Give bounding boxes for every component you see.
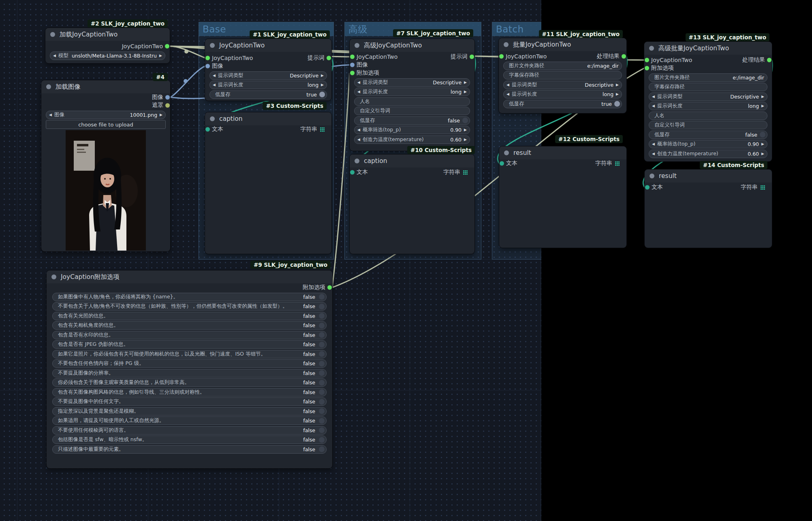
lowvram-toggle[interactable]: 低显存 false — [354, 116, 470, 125]
node-title-bar[interactable]: 高级批量JoyCaptionTwo — [644, 42, 772, 55]
combo-left-arrow-icon[interactable]: ◀ — [213, 83, 216, 87]
toggle-knob[interactable] — [319, 361, 325, 367]
image-folder-path-input[interactable]: 图片文件夹路径 e:/image_dir — [503, 62, 622, 70]
prompt-type-combo[interactable]: ◀ 提示词类型 Descriptive ▶ — [649, 92, 767, 101]
option-toggle-row[interactable]: 不要使用任何模棱两可的语言。 false — [52, 426, 327, 435]
caption-save-path-input[interactable]: 字幕保存路径 — [503, 71, 622, 79]
node-title-bar[interactable]: 高级JoyCaptionTwo — [350, 39, 474, 52]
number-right-arrow-icon[interactable]: ▶ — [761, 152, 764, 156]
output-slot-prompt[interactable] — [327, 56, 331, 60]
toggle-knob[interactable] — [319, 323, 325, 328]
choose-file-button[interactable]: choose file to upload — [46, 120, 166, 129]
combo-right-arrow-icon[interactable]: ▶ — [761, 104, 764, 108]
input-slot-text[interactable] — [500, 161, 504, 166]
custom-guide-input[interactable]: 自定义引导词 — [354, 107, 470, 115]
option-toggle-row[interactable]: 不要提及图像中的任何文字。 false — [52, 397, 327, 406]
input-slot-text[interactable] — [205, 127, 210, 132]
output-slot-prompt[interactable] — [470, 55, 474, 59]
option-toggle-row[interactable]: 不要包含任何色情内容；保持 PG 级。 false — [52, 359, 327, 368]
collapse-dot-icon[interactable] — [51, 274, 56, 279]
node-title-bar[interactable]: caption — [350, 154, 474, 167]
node-title-bar[interactable]: caption — [205, 112, 331, 125]
number-right-arrow-icon[interactable]: ▶ — [464, 138, 467, 142]
option-toggle-row[interactable]: 包含是否有 JPEG 伪影的信息。 false — [52, 340, 327, 349]
node-title-bar[interactable]: 加载图像 — [41, 80, 170, 93]
temperature-number[interactable]: ◀ 创造力温度(temperature) 0.60 ▶ — [649, 150, 767, 158]
toggle-knob[interactable] — [760, 132, 765, 137]
output-slot-mask[interactable] — [165, 103, 170, 108]
toggle-knob[interactable] — [319, 370, 325, 376]
number-left-arrow-icon[interactable]: ◀ — [357, 128, 360, 132]
input-slot-image[interactable] — [350, 63, 355, 67]
combo-left-arrow-icon[interactable]: ◀ — [49, 113, 52, 117]
option-toggle-row[interactable]: 如果图像中有人物/角色，你必须将其称为 {name}。 false — [52, 293, 327, 301]
node-title-bar[interactable]: 批量JoyCaptionTwo — [499, 38, 626, 51]
option-toggle-row[interactable]: 如果它是照片，你必须包含有关可能使用的相机的信息，以及光圈、快门速度、ISO 等… — [52, 350, 327, 358]
caption-save-path-input[interactable]: 字幕保存路径 — [649, 83, 767, 91]
toggle-knob[interactable] — [319, 313, 325, 319]
prompt-type-combo[interactable]: ◀ 提示词类型 Descriptive ▶ — [209, 71, 327, 80]
person-name-input[interactable]: 人名 — [649, 111, 767, 120]
combo-right-arrow-icon[interactable]: ▶ — [159, 54, 162, 58]
combo-left-arrow-icon[interactable]: ◀ — [213, 74, 216, 77]
collapse-dot-icon[interactable] — [650, 174, 654, 178]
combo-left-arrow-icon[interactable]: ◀ — [652, 95, 655, 99]
combo-right-arrow-icon[interactable]: ▶ — [321, 74, 324, 77]
collapse-dot-icon[interactable] — [649, 46, 654, 51]
toggle-knob[interactable] — [319, 304, 325, 309]
output-slot-result[interactable] — [622, 54, 626, 59]
image-combo-widget[interactable]: ◀ 图像 10001.png ▶ — [46, 111, 166, 119]
combo-right-arrow-icon[interactable]: ▶ — [160, 113, 162, 117]
image-folder-path-input[interactable]: 图片文件夹路径 e:/image_dir — [649, 73, 767, 82]
toggle-knob[interactable] — [462, 118, 468, 123]
option-toggle-row[interactable]: 如果适用，请提及可能使用的人工或自然光源。 false — [52, 416, 327, 425]
input-slot-joycaptiontwo[interactable] — [645, 58, 649, 62]
combo-left-arrow-icon[interactable]: ◀ — [357, 81, 360, 84]
number-left-arrow-icon[interactable]: ◀ — [652, 142, 655, 146]
option-toggle-row[interactable]: 包含有关相机角度的信息。 false — [52, 321, 327, 330]
node-title-bar[interactable]: result — [499, 146, 626, 159]
number-left-arrow-icon[interactable]: ◀ — [357, 138, 360, 142]
toggle-knob[interactable] — [319, 408, 325, 414]
toggle-knob[interactable] — [319, 437, 325, 443]
toggle-knob[interactable] — [319, 389, 325, 395]
model-combo-widget[interactable]: ◀ 模型 unsloth/Meta-Llama-3.1-8B-Instruct.… — [50, 51, 165, 60]
collapse-dot-icon[interactable] — [210, 43, 215, 48]
option-toggle-row[interactable]: 你必须包含关于图像主观审美质量的信息，从低到非常高。 false — [52, 378, 327, 387]
toggle-knob[interactable] — [319, 399, 325, 405]
number-right-arrow-icon[interactable]: ▶ — [761, 142, 764, 146]
lowvram-toggle[interactable]: 低显存 true — [209, 90, 327, 99]
option-toggle-row[interactable]: 包括图像是否是 sfw、暗示性或 nsfw。 false — [52, 435, 327, 444]
number-left-arrow-icon[interactable]: ◀ — [652, 152, 655, 156]
person-name-input[interactable]: 人名 — [354, 97, 470, 106]
toggle-knob[interactable] — [614, 101, 620, 107]
toggle-knob[interactable] — [319, 92, 325, 97]
prompt-length-combo[interactable]: ◀ 提示词长度 long ▶ — [649, 102, 767, 110]
temperature-number[interactable]: ◀ 创造力温度(temperature) 0.60 ▶ — [354, 135, 470, 144]
option-toggle-row[interactable]: 不要提及图像的分辨率。 false — [52, 369, 327, 377]
combo-left-arrow-icon[interactable]: ◀ — [53, 54, 56, 58]
input-slot-joycaptiontwo[interactable] — [499, 54, 504, 59]
input-slot-joycaptiontwo[interactable] — [205, 56, 210, 60]
toggle-knob[interactable] — [319, 427, 325, 433]
toggle-knob[interactable] — [319, 446, 325, 452]
option-toggle-row[interactable]: 只描述图像中最重要的元素。 false — [52, 445, 327, 454]
top-p-number[interactable]: ◀ 概率筛选(top_p) 0.90 ▶ — [649, 140, 767, 148]
prompt-length-combo[interactable]: ◀ 提示词长度 long ▶ — [354, 88, 470, 96]
input-slot-text[interactable] — [645, 185, 650, 190]
collapse-dot-icon[interactable] — [355, 159, 359, 163]
combo-left-arrow-icon[interactable]: ◀ — [506, 83, 509, 87]
collapse-dot-icon[interactable] — [210, 116, 215, 121]
node-title-bar[interactable]: 加载JoyCaptionTwo — [45, 28, 170, 41]
number-right-arrow-icon[interactable]: ▶ — [464, 128, 467, 132]
toggle-knob[interactable] — [319, 332, 325, 338]
combo-right-arrow-icon[interactable]: ▶ — [761, 95, 764, 99]
collapse-dot-icon[interactable] — [355, 43, 359, 48]
combo-right-arrow-icon[interactable]: ▶ — [616, 92, 619, 96]
toggle-knob[interactable] — [319, 294, 325, 300]
top-p-number[interactable]: ◀ 概率筛选(top_p) 0.90 ▶ — [354, 126, 470, 134]
input-slot-image[interactable] — [205, 64, 210, 69]
input-slot-extra-options[interactable] — [350, 71, 355, 75]
prompt-type-combo[interactable]: ◀ 提示词类型 Descriptive ▶ — [503, 81, 622, 89]
group-batch-header[interactable]: Batch — [492, 22, 541, 36]
